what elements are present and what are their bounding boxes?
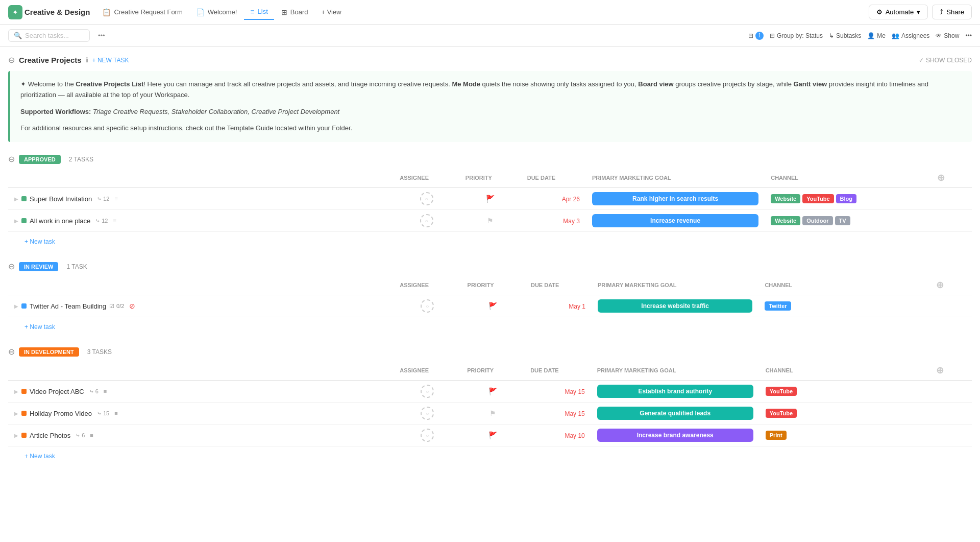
- tab-board[interactable]: ⊞ Board: [275, 5, 314, 19]
- show-label: Show: [944, 32, 959, 39]
- task-list-icon: ≡: [114, 196, 117, 202]
- me-icon: 👤: [867, 32, 875, 39]
- task-assignee-cell: ○: [394, 381, 461, 403]
- task-expand-icon[interactable]: ▶: [14, 411, 18, 416]
- task-due-date: May 10: [565, 432, 584, 439]
- search-box[interactable]: 🔍 Search tasks...: [8, 29, 90, 42]
- table-row: ▶ Video Project ABC ⤷6≡ ○ 🚩 May 15 Estab…: [8, 381, 972, 403]
- me-button[interactable]: 👤 Me: [867, 32, 886, 39]
- task-duedate-cell: May 1: [525, 295, 592, 317]
- info-paragraph-2: Supported Workflows: Triage Creative Req…: [20, 107, 962, 117]
- projects-collapse-icon[interactable]: ⊖: [8, 55, 15, 65]
- task-name-label: Super Bowl Invitation: [30, 195, 92, 203]
- app-icon: ✦: [8, 5, 22, 19]
- toolbar-more-icon[interactable]: •••: [94, 30, 109, 41]
- task-expand-icon[interactable]: ▶: [14, 303, 18, 309]
- task-due-date: May 15: [565, 410, 584, 417]
- projects-info-icon[interactable]: ℹ: [86, 56, 88, 64]
- col-header: DUE DATE: [521, 168, 586, 188]
- marketing-goal-badge[interactable]: Increase revenue: [592, 214, 758, 227]
- task-table-in-development: ASSIGNEEPRIORITYDUE DATEPRIMARY MARKETIN…: [8, 361, 972, 446]
- section-task-count-in-review: 1 TASK: [66, 263, 87, 270]
- new-task-link-in-review[interactable]: + New task: [8, 321, 972, 333]
- task-add-col-cell: [926, 295, 972, 317]
- task-due-date: Apr 26: [562, 196, 580, 203]
- col-task-header: [8, 275, 394, 295]
- task-name-label: All work in one place: [30, 217, 90, 225]
- task-priority-cell: 🚩: [461, 425, 524, 446]
- tab-welcome[interactable]: 📄 Welcome!: [190, 5, 243, 19]
- task-checkbox-meta: ☑ 0/2: [109, 303, 124, 310]
- block-icon: ⊘: [129, 302, 135, 310]
- marketing-goal-badge[interactable]: Rank higher in search results: [592, 192, 758, 205]
- search-placeholder: Search tasks...: [25, 32, 69, 39]
- add-column-button[interactable]: ⊕: [932, 280, 948, 290]
- show-button[interactable]: 👁 Show: [936, 32, 959, 39]
- section-task-count-in-development: 3 TASKS: [87, 348, 112, 356]
- tab-creative-request-label: Creative Request Form: [114, 8, 182, 16]
- task-expand-icon[interactable]: ▶: [14, 433, 18, 438]
- assignees-button[interactable]: 👥 Assignees: [892, 32, 929, 39]
- channel-tag: Print: [766, 431, 787, 440]
- task-expand-icon[interactable]: ▶: [14, 218, 18, 224]
- task-status-dot: [21, 218, 27, 223]
- automate-button[interactable]: ⚙ Automate ▾: [869, 5, 928, 19]
- channel-tag: Twitter: [765, 301, 791, 311]
- task-add-col-cell: [926, 403, 972, 425]
- new-task-link-approved[interactable]: + New task: [8, 236, 972, 247]
- subtasks-button[interactable]: ↳ Subtasks: [829, 32, 861, 39]
- table-row: ▶ All work in one place ⤷12≡ ○ ⚑ May 3 I…: [8, 210, 972, 232]
- channel-tag: Website: [771, 216, 800, 225]
- filter-button[interactable]: ⊟ 1: [748, 32, 764, 40]
- section-collapse-in-development[interactable]: ⊖: [8, 347, 15, 357]
- task-meta: ⤷6: [76, 432, 85, 439]
- marketing-goal-badge[interactable]: Generate qualified leads: [597, 407, 753, 420]
- add-column-button[interactable]: ⊕: [933, 173, 949, 183]
- task-channel-cell: Print: [760, 425, 926, 446]
- new-task-top-button[interactable]: + NEW TASK: [92, 57, 129, 64]
- task-goal-cell: Rank higher in search results: [586, 188, 765, 210]
- toolbar-overflow[interactable]: •••: [965, 32, 972, 39]
- task-add-col-cell: [926, 425, 972, 446]
- task-add-col-cell: [927, 210, 972, 232]
- marketing-goal-badge[interactable]: Increase website traffic: [598, 299, 752, 313]
- col-add-header: ⊕: [926, 275, 972, 295]
- creative-request-icon: 📋: [102, 8, 111, 16]
- show-icon: 👁: [936, 32, 942, 39]
- section-in-development: ⊖ IN DEVELOPMENT 3 TASKS ASSIGNEEPRIORIT…: [8, 347, 972, 462]
- marketing-goal-badge[interactable]: Increase brand awareness: [597, 429, 753, 442]
- channel-tags: YouTube: [766, 387, 920, 396]
- list-icon: ≡: [250, 8, 254, 16]
- task-list-icon: ≡: [104, 388, 107, 394]
- section-badge-in-development: IN DEVELOPMENT: [19, 347, 79, 357]
- automate-label: Automate: [886, 8, 914, 16]
- task-list-icon: ≡: [113, 218, 116, 224]
- tab-list[interactable]: ≡ List: [244, 5, 274, 20]
- task-expand-icon[interactable]: ▶: [14, 196, 18, 202]
- col-header: ASSIGNEE: [394, 361, 461, 381]
- channel-tags: Print: [766, 431, 920, 440]
- marketing-goal-badge[interactable]: Establish brand authority: [597, 385, 753, 398]
- info-logo: ✦: [20, 80, 28, 88]
- task-expand-icon[interactable]: ▶: [14, 389, 18, 394]
- task-add-col-cell: [926, 381, 972, 403]
- col-header: CHANNEL: [758, 275, 925, 295]
- add-column-button[interactable]: ⊕: [932, 365, 948, 375]
- share-button[interactable]: ⤴ Share: [932, 5, 972, 19]
- automate-chevron: ▾: [917, 8, 920, 16]
- group-by-button[interactable]: ⊟ Group by: Status: [770, 32, 823, 39]
- task-status-dot: [21, 389, 27, 394]
- tab-creative-request[interactable]: 📋 Creative Request Form: [96, 5, 188, 19]
- task-name-cell: ▶ Video Project ABC ⤷6≡: [8, 381, 394, 403]
- task-priority-cell: 🚩: [461, 381, 524, 403]
- show-closed-button[interactable]: ✓ SHOW CLOSED: [919, 57, 972, 64]
- tab-view[interactable]: + View: [315, 5, 347, 19]
- task-name-cell: ▶ Article Photos ⤷6≡: [8, 425, 394, 446]
- subtask-icon: ⤷: [97, 196, 102, 202]
- section-collapse-in-review[interactable]: ⊖: [8, 262, 15, 271]
- task-assignee-cell: ○: [394, 210, 459, 232]
- priority-flag: 🚩: [486, 195, 495, 203]
- subtask-icon: ⤷: [89, 388, 94, 395]
- new-task-link-in-development[interactable]: + New task: [8, 451, 972, 462]
- section-collapse-approved[interactable]: ⊖: [8, 154, 15, 164]
